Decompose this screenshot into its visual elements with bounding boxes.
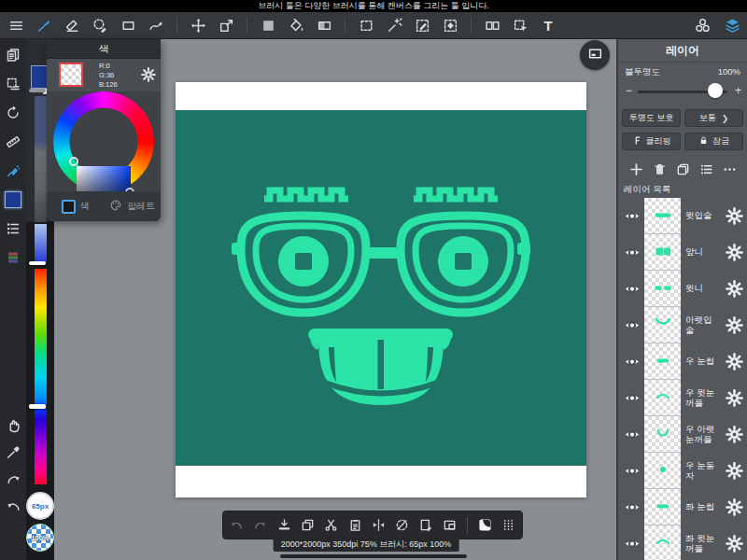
deselect-tool[interactable] — [439, 14, 461, 36]
layer-settings-gear-icon[interactable] — [726, 535, 743, 553]
layer-row[interactable]: 윗니 — [618, 271, 747, 307]
redo-button[interactable] — [250, 515, 271, 536]
text-tool[interactable]: T — [537, 14, 559, 36]
brush-opacity-badge[interactable]: 100% — [26, 524, 54, 552]
magic-wand-tool[interactable] — [383, 14, 405, 36]
opacity-plus-button[interactable]: + — [735, 84, 741, 97]
undo-button[interactable] — [226, 515, 247, 536]
hue-slider-handle[interactable] — [29, 404, 46, 409]
blend-mode-button[interactable]: 보통 ❯ — [684, 109, 743, 127]
canvas-pages-button[interactable] — [2, 44, 24, 66]
transform-tool[interactable] — [215, 14, 237, 36]
frame-button[interactable] — [439, 515, 459, 536]
layer-row[interactable]: 우 아랫눈꺼풀 — [618, 416, 747, 453]
airbrush-tool[interactable] — [2, 160, 24, 182]
layer-settings-gear-icon[interactable] — [726, 280, 743, 298]
layer-row[interactable]: 우 눈동자 — [618, 453, 747, 489]
home-indicator[interactable] — [280, 554, 467, 558]
fill-tool[interactable] — [257, 14, 279, 36]
material-button[interactable] — [2, 246, 24, 269]
brush-size-slider[interactable] — [35, 96, 47, 222]
undo-button[interactable] — [2, 495, 24, 517]
artwork[interactable] — [176, 110, 586, 466]
brush-list-button[interactable] — [2, 217, 24, 240]
select-layer-button[interactable] — [2, 73, 24, 95]
layer-thumbnail[interactable] — [644, 380, 681, 416]
opacity-minus-button[interactable]: − — [626, 84, 632, 97]
color-swatch-tool[interactable] — [2, 189, 24, 211]
layer-menu-button[interactable] — [696, 159, 716, 179]
rotate-lock-button[interactable] — [392, 515, 413, 536]
layer-row[interactable]: 앞니 — [618, 234, 747, 271]
brush-size-slider-handle[interactable] — [29, 89, 46, 92]
select-move-tool[interactable] — [509, 14, 531, 36]
select-tool[interactable] — [355, 14, 377, 36]
menu-button[interactable] — [5, 14, 27, 36]
clear-button[interactable] — [416, 515, 436, 536]
visibility-eye-icon[interactable] — [622, 463, 642, 479]
visibility-eye-icon[interactable] — [622, 390, 642, 406]
layer-row[interactable]: 좌 윗눈꺼풀 — [618, 525, 747, 560]
hue-slider[interactable] — [35, 269, 47, 484]
lock-button[interactable]: 잠금 — [684, 133, 743, 150]
layer-thumbnail[interactable] — [644, 453, 681, 489]
clipping-button[interactable]: 클리핑 — [622, 133, 681, 150]
tab-palette[interactable]: 팔레트 — [104, 199, 161, 214]
layer-settings-gear-icon[interactable] — [726, 207, 743, 225]
divide-canvas-tool[interactable] — [481, 14, 503, 36]
invert-view-button[interactable] — [474, 515, 495, 536]
layer-thumbnail[interactable] — [644, 343, 681, 380]
paste-button[interactable] — [345, 515, 365, 536]
layer-thumbnail[interactable] — [644, 271, 681, 307]
visibility-eye-icon[interactable] — [622, 499, 642, 515]
layer-thumbnail[interactable] — [644, 525, 681, 560]
hue-ring-marker[interactable] — [69, 157, 78, 166]
layer-row[interactable]: 우 윗눈꺼풀 — [618, 380, 747, 416]
delete-layer-button[interactable] — [649, 159, 669, 179]
visibility-eye-icon[interactable] — [622, 536, 642, 552]
layer-settings-gear-icon[interactable] — [726, 498, 743, 516]
layer-thumbnail[interactable] — [644, 489, 681, 525]
layer-thumbnail[interactable] — [644, 416, 681, 453]
ruler-button[interactable] — [2, 131, 24, 153]
layer-row[interactable]: 우 눈썹 — [618, 343, 747, 380]
visibility-eye-icon[interactable] — [622, 427, 642, 442]
shape-tool[interactable] — [117, 14, 139, 36]
cut-button[interactable] — [321, 515, 342, 536]
layer-settings-gear-icon[interactable] — [726, 316, 743, 334]
flip-horizontal-button[interactable] — [368, 515, 388, 536]
eyedropper-tool[interactable] — [2, 441, 24, 463]
eraser-tool[interactable] — [61, 14, 83, 36]
layer-row[interactable]: 좌 눈썹 — [618, 489, 747, 525]
alpha-lock-button[interactable]: 투명도 보호 — [622, 109, 681, 127]
grip-handle[interactable] — [498, 515, 518, 536]
more-options-button[interactable] — [719, 159, 740, 179]
select-pen-tool[interactable] — [411, 14, 433, 36]
brush-tool[interactable] — [33, 14, 55, 36]
value-slider-handle[interactable] — [29, 261, 46, 265]
gradient-tool[interactable] — [313, 14, 335, 36]
redo-button[interactable] — [2, 468, 24, 490]
move-tool[interactable] — [187, 14, 209, 36]
layer-row[interactable]: 윗입술 — [618, 198, 747, 234]
layer-settings-gear-icon[interactable] — [726, 389, 743, 407]
visibility-eye-icon[interactable] — [622, 317, 642, 333]
layer-settings-gear-icon[interactable] — [726, 462, 743, 480]
visibility-eye-icon[interactable] — [622, 281, 642, 297]
hand-tool[interactable] — [2, 413, 24, 436]
save-button[interactable] — [274, 515, 294, 536]
canvas-page[interactable] — [176, 82, 586, 497]
layer-row[interactable]: 아랫입술 — [618, 307, 747, 343]
hide-panels-button[interactable] — [580, 40, 610, 70]
rotate-reset-button[interactable] — [2, 102, 24, 124]
add-layer-button[interactable] — [626, 159, 646, 179]
color-settings-gear-icon[interactable] — [141, 67, 156, 82]
tab-color[interactable]: 색 — [47, 200, 104, 214]
layer-settings-gear-icon[interactable] — [726, 244, 743, 261]
visibility-eye-icon[interactable] — [622, 245, 642, 260]
layer-thumbnail[interactable] — [644, 307, 681, 343]
copy-button[interactable] — [297, 515, 317, 536]
visibility-eye-icon[interactable] — [622, 208, 642, 224]
curve-tool[interactable] — [145, 14, 167, 36]
layer-thumbnail[interactable] — [644, 234, 681, 271]
